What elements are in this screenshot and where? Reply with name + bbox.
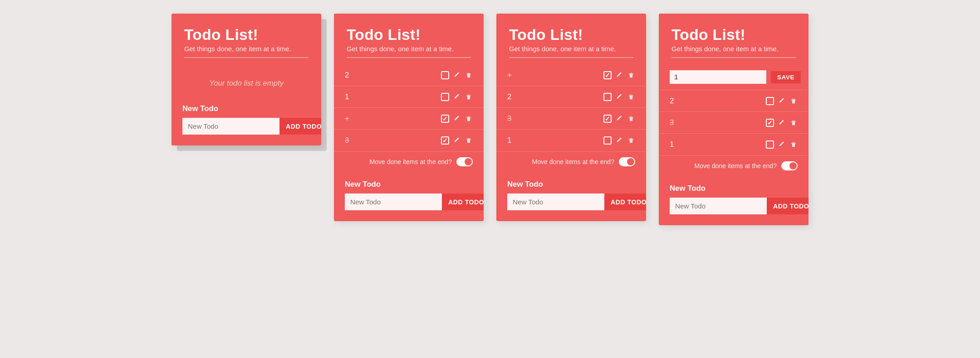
card4-todo-input[interactable]	[670, 198, 767, 214]
delete-icon-button[interactable]	[627, 93, 635, 101]
move-done-label: Move done items at the end?	[694, 162, 777, 169]
trash-icon	[628, 94, 634, 100]
todo-checkbox-checked[interactable]	[603, 115, 612, 123]
todo-actions	[441, 71, 473, 79]
move-done-toggle[interactable]	[781, 161, 798, 170]
edit-icon-button[interactable]	[453, 71, 461, 79]
pencil-icon	[779, 120, 785, 126]
card1-add-button[interactable]: ADD TODO	[279, 118, 321, 135]
card3-todo-list: + 2	[496, 64, 646, 151]
todo-checkbox[interactable]	[441, 93, 449, 101]
delete-icon-button[interactable]	[465, 93, 473, 101]
card2-container: Todo List! Get things done, one item at …	[334, 14, 484, 221]
pencil-icon	[616, 116, 622, 122]
trash-icon	[628, 72, 634, 78]
todo-checkbox[interactable]	[766, 140, 774, 149]
todo-text: 1	[507, 136, 599, 145]
card1: Todo List! Get things done, one item at …	[172, 14, 321, 145]
card2-todo-input[interactable]	[345, 194, 442, 210]
todo-text: 3	[670, 118, 761, 127]
move-done-label: Move done items at the end?	[532, 158, 614, 165]
card4-add-section: New Todo ADD TODO	[659, 176, 808, 225]
card1-header: Todo List! Get things done, one item at …	[172, 14, 321, 64]
card1-todo-input[interactable]	[182, 118, 279, 135]
delete-icon-button[interactable]	[465, 115, 473, 123]
todo-checkbox-checked[interactable]	[603, 71, 612, 79]
card2-todo-list: 2 1	[334, 64, 484, 151]
edit-icon-button[interactable]	[615, 93, 623, 101]
card3-new-todo-label: New Todo	[507, 180, 635, 189]
pencil-icon	[454, 94, 460, 100]
todo-checkbox[interactable]	[766, 97, 774, 105]
move-done-toggle[interactable]	[619, 157, 635, 166]
delete-icon-button[interactable]	[465, 71, 473, 79]
card4-subtitle: Get things done, one item at a time.	[671, 45, 796, 53]
card1-subtitle: Get things done, one item at a time.	[184, 45, 309, 53]
edit-icon-button[interactable]	[615, 136, 623, 145]
card2-divider	[347, 57, 471, 58]
edit-icon-button[interactable]	[453, 136, 461, 145]
table-row: 1	[334, 86, 484, 108]
card1-container: Todo List! Get things done, one item at …	[172, 14, 321, 145]
card3-container: Todo List! Get things done, one item at …	[496, 14, 646, 221]
edit-todo-input[interactable]	[670, 70, 766, 84]
card1-add-section: New Todo ADD TODO	[172, 96, 321, 145]
todo-checkbox-checked[interactable]	[441, 115, 449, 123]
delete-icon-button[interactable]	[789, 119, 798, 127]
card3-subtitle: Get things done, one item at a time.	[509, 45, 633, 53]
card3-header: Todo List! Get things done, one item at …	[496, 14, 646, 64]
todo-checkbox[interactable]	[441, 71, 449, 79]
delete-icon-button[interactable]	[627, 136, 635, 145]
pencil-icon	[454, 116, 460, 122]
todo-checkbox[interactable]	[603, 93, 612, 101]
delete-icon-button[interactable]	[789, 97, 798, 105]
todo-actions	[603, 115, 635, 123]
pencil-icon	[616, 94, 622, 100]
edit-icon-button[interactable]	[453, 115, 461, 123]
move-done-toggle[interactable]	[456, 157, 473, 166]
todo-actions	[603, 93, 635, 101]
card1-empty-text: Your todo list is empty	[182, 79, 310, 88]
card2-move-done-row: Move done items at the end?	[334, 151, 484, 172]
card4-add-button[interactable]: ADD TODO	[767, 198, 808, 214]
table-row: 2	[659, 90, 808, 112]
delete-icon-button[interactable]	[627, 115, 635, 123]
card2-add-section: New Todo ADD TODO	[334, 172, 484, 221]
table-row: 1	[496, 130, 646, 151]
card3: Todo List! Get things done, one item at …	[496, 14, 646, 221]
todo-checkbox-checked[interactable]	[766, 119, 774, 127]
table-row: 3	[659, 112, 808, 134]
card4-header: Todo List! Get things done, one item at …	[659, 14, 808, 64]
edit-icon-button[interactable]	[453, 93, 461, 101]
todo-text: 1	[345, 92, 436, 102]
delete-icon-button[interactable]	[465, 136, 473, 145]
card1-divider	[184, 57, 309, 58]
pencil-icon	[616, 137, 622, 144]
card2-add-button[interactable]: ADD TODO	[442, 194, 484, 210]
todo-text: 2	[670, 97, 761, 106]
pencil-icon	[616, 72, 622, 78]
todo-checkbox[interactable]	[603, 136, 612, 145]
edit-icon-button[interactable]	[615, 71, 623, 79]
card4-divider	[671, 57, 796, 58]
todo-text: 3	[507, 114, 599, 123]
card3-add-button[interactable]: ADD TODO	[604, 194, 646, 210]
todo-text: 2	[345, 71, 436, 80]
trash-icon	[790, 98, 797, 104]
delete-icon-button[interactable]	[627, 71, 635, 79]
card3-move-done-row: Move done items at the end?	[496, 151, 646, 172]
card4-add-row: ADD TODO	[670, 198, 798, 214]
save-button[interactable]: SAVE	[771, 71, 801, 83]
todo-text: 1	[670, 140, 761, 149]
edit-icon-button[interactable]	[615, 115, 623, 123]
todo-text: 3	[345, 136, 436, 145]
edit-icon-button[interactable]	[778, 140, 786, 149]
card3-todo-input[interactable]	[507, 194, 604, 210]
table-row: 2	[334, 64, 484, 86]
edit-icon-button[interactable]	[778, 119, 786, 127]
todo-actions	[603, 136, 635, 145]
delete-icon-button[interactable]	[789, 140, 798, 149]
edit-icon-button[interactable]	[778, 97, 786, 105]
todo-checkbox-checked[interactable]	[441, 136, 449, 145]
card4-todo-list: SAVE 2 3	[659, 64, 808, 155]
